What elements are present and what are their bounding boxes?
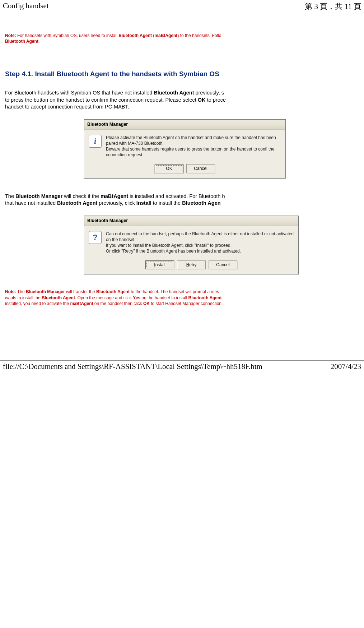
paragraph-2: The Bluetooth Manager will check if the … bbox=[5, 193, 359, 207]
dialog-1-wrap: Bluetooth Manager i Please activate the … bbox=[84, 119, 359, 179]
dialog-title-bar-2: Bluetooth Manager bbox=[84, 216, 298, 226]
note-label: Note: bbox=[5, 33, 17, 38]
note-text-c: ) to the handsets. Follo bbox=[177, 33, 221, 38]
note2-label: Note: bbox=[5, 289, 17, 294]
note-symbian-agent: Note: For handsets with Symbian OS, user… bbox=[5, 33, 359, 44]
page-title: Config handset bbox=[3, 1, 49, 11]
note-b3: Bluetooth Agent bbox=[5, 39, 38, 44]
note-b1: Bluetooth Agent bbox=[118, 33, 152, 38]
dialog-buttons: OK Cancel bbox=[84, 163, 285, 178]
info-icon: i bbox=[89, 135, 102, 148]
page-body: Note: For handsets with Symbian OS, user… bbox=[0, 13, 364, 306]
page-header: Config handset 第 3 頁，共 11 頁 bbox=[0, 0, 364, 13]
page-footer: file://C:\Documents and Settings\RF-ASSI… bbox=[0, 360, 364, 373]
section-title: Step 4.1. Install Bluetooth Agent to the… bbox=[5, 69, 359, 79]
dialog-2-wrap: Bluetooth Manager ? Can not connect to t… bbox=[84, 216, 359, 275]
install-button[interactable]: Install bbox=[145, 260, 174, 269]
cancel-button-2[interactable]: Cancel bbox=[209, 260, 237, 269]
dialog-content: i Please activate the Bluetooth Agent on… bbox=[84, 130, 285, 164]
retry-button[interactable]: Retry bbox=[177, 260, 206, 269]
dialog-text: Please activate the Bluetooth Agent on t… bbox=[106, 135, 281, 158]
retry-accel: R bbox=[186, 262, 190, 267]
dialog-buttons-2: Install Retry Cancel bbox=[84, 260, 298, 274]
dialog-title-bar: Bluetooth Manager bbox=[84, 120, 285, 130]
bluetooth-manager-question-dialog: Bluetooth Manager ? Can not connect to t… bbox=[84, 216, 299, 275]
install-accel: I bbox=[154, 262, 155, 267]
note-b2: maBtAgent bbox=[154, 33, 177, 38]
note-text-a: For handsets with Symbian OS, users need… bbox=[17, 33, 118, 38]
paragraph-1: For Bluetooth handsets with Symbian OS t… bbox=[5, 89, 359, 111]
footer-file-path: file://C:\Documents and Settings\RF-ASSI… bbox=[3, 362, 262, 371]
page-number: 第 3 頁，共 11 頁 bbox=[305, 1, 361, 11]
footer-date: 2007/4/23 bbox=[331, 362, 361, 371]
note-transfer-agent: Note: The Bluetooth Manager will transfe… bbox=[5, 289, 359, 306]
bluetooth-manager-info-dialog: Bluetooth Manager i Please activate the … bbox=[84, 119, 286, 179]
dialog-content-2: ? Can not connect to the handset, perhap… bbox=[84, 226, 298, 260]
note-text-d: . bbox=[38, 39, 39, 44]
dialog-text-2: Can not connect to the handset, perhaps … bbox=[106, 231, 294, 254]
cancel-button[interactable]: Cancel bbox=[186, 164, 215, 173]
question-icon: ? bbox=[89, 231, 102, 244]
ok-button[interactable]: OK bbox=[155, 164, 183, 173]
question-glyph: ? bbox=[93, 232, 97, 243]
info-glyph: i bbox=[94, 136, 96, 147]
